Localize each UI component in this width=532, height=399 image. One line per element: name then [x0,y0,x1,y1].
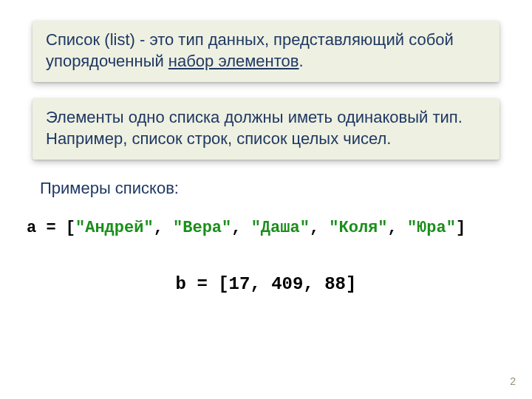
code-example-a: a = ["Андрей", "Вера", "Даша", "Коля", "… [27,219,499,237]
code-a-string-4: "Коля" [329,219,387,237]
page-number: 2 [510,375,516,387]
callout-definition: Список (list) - это тип данных, представ… [33,21,499,82]
code-a-tail: ] [456,219,466,237]
code-a-string-3: "Даша" [251,219,310,237]
slide: Список (list) - это тип данных, представ… [0,0,532,399]
code-a-string-1: "Андрей" [75,219,154,237]
code-example-b: b = [17, 409, 88] [33,274,499,294]
code-a-string-5: "Юра" [407,219,456,237]
callout-definition-underlined: набор элементов [168,52,299,70]
callout-type-note: Элементы одно списка должны иметь одинак… [33,98,499,160]
code-a-comma-4: , [388,219,407,237]
code-a-comma-2: , [231,219,250,237]
code-a-lead: a = [ [27,219,75,237]
code-a-comma-3: , [310,219,329,237]
code-a-string-2: "Вера" [173,219,231,237]
examples-title: Примеры списков: [40,179,499,198]
callout-type-note-text: Элементы одно списка должны иметь одинак… [46,108,463,148]
callout-definition-suffix: . [299,52,304,70]
code-a-comma-1: , [154,219,173,237]
